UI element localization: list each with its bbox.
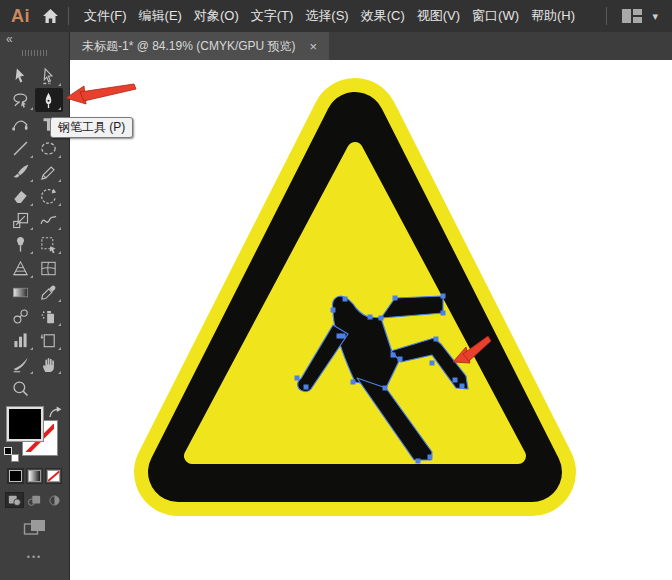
anchor-point[interactable] — [341, 334, 346, 339]
slice-tool[interactable] — [7, 352, 35, 376]
artboard-canvas[interactable] — [70, 60, 672, 580]
curvature-tool[interactable] — [7, 112, 35, 136]
menubar-divider-right — [606, 7, 607, 25]
menu-item-select[interactable]: 选择(S) — [299, 0, 354, 32]
puppet-warp-tool[interactable] — [7, 232, 35, 256]
paintbrush-tool[interactable] — [7, 160, 35, 184]
menu-item-window[interactable]: 窗口(W) — [466, 0, 525, 32]
anchor-point[interactable] — [351, 380, 356, 385]
ellipse-tool[interactable] — [35, 136, 63, 160]
home-icon[interactable] — [42, 8, 59, 24]
mesh-tool[interactable] — [35, 256, 63, 280]
menu-item-help[interactable]: 帮助(H) — [525, 0, 581, 32]
tools-grid — [0, 64, 69, 400]
draw-inside-button[interactable] — [45, 492, 64, 508]
pencil-tool[interactable] — [35, 160, 63, 184]
menu-item-view[interactable]: 视图(V) — [411, 0, 466, 32]
pen-tool-tooltip: 钢笔工具 (P) — [50, 117, 133, 138]
width-tool[interactable] — [35, 208, 63, 232]
menu-item-file[interactable]: 文件(F) — [78, 0, 133, 32]
swap-fill-stroke-icon[interactable] — [48, 406, 64, 419]
menu-bar-items: 文件(F)编辑(E)对象(O)文字(T)选择(S)效果(C)视图(V)窗口(W)… — [78, 0, 581, 32]
tab-bar: 未标题-1* @ 84.19% (CMYK/GPU 预览) × — [70, 32, 672, 60]
anchor-point[interactable] — [393, 296, 398, 301]
annotation-arrow-toolbar — [58, 80, 140, 114]
close-tab-icon[interactable]: × — [310, 39, 318, 54]
anchor-point[interactable] — [434, 337, 439, 342]
anchor-point[interactable] — [416, 459, 421, 464]
edit-toolbar-ellipsis-icon[interactable]: ••• — [0, 552, 69, 562]
anchor-point[interactable] — [398, 357, 403, 362]
color-button[interactable] — [7, 468, 24, 484]
anchor-point[interactable] — [441, 311, 446, 316]
artboard-tool[interactable] — [35, 328, 63, 352]
menu-item-edit[interactable]: 编辑(E) — [133, 0, 188, 32]
anchor-point[interactable] — [428, 455, 433, 460]
collapse-panel-button[interactable]: « — [6, 34, 13, 44]
rotate-tool[interactable] — [35, 184, 63, 208]
anchor-point[interactable] — [441, 294, 446, 299]
anchor-point[interactable] — [383, 386, 388, 391]
free-transform-tool[interactable] — [35, 232, 63, 256]
illustrator-logo: Ai — [11, 6, 30, 27]
menu-item-type[interactable]: 文字(T) — [245, 0, 300, 32]
default-fill-stroke-icon[interactable] — [4, 447, 19, 462]
fill-stroke-control — [0, 406, 69, 464]
anchor-point[interactable] — [460, 384, 465, 389]
warning-sign-artwork[interactable] — [70, 60, 672, 580]
draw-behind-button[interactable] — [25, 492, 44, 508]
color-type-row — [0, 468, 69, 484]
anchor-point[interactable] — [304, 385, 309, 390]
sign-triangles[interactable] — [178, 122, 532, 472]
anchor-point[interactable] — [368, 315, 373, 320]
document-tab-title: 未标题-1* @ 84.19% (CMYK/GPU 预览) — [82, 38, 296, 55]
anchor-point[interactable] — [379, 316, 384, 321]
menubar-divider — [68, 7, 69, 25]
change-screen-mode-button[interactable] — [0, 518, 69, 538]
menu-bar: Ai 文件(F)编辑(E)对象(O)文字(T)选择(S)效果(C)视图(V)窗口… — [0, 0, 672, 32]
selection-tool[interactable] — [7, 64, 35, 88]
chevron-down-icon[interactable]: ▾ — [652, 10, 658, 23]
menu-item-object[interactable]: 对象(O) — [188, 0, 245, 32]
column-graph-tool[interactable] — [7, 328, 35, 352]
workspace-switcher-icon[interactable] — [622, 9, 642, 23]
gradient-button[interactable] — [26, 468, 43, 484]
anchor-point[interactable] — [343, 297, 348, 302]
menu-item-effect[interactable]: 效果(C) — [355, 0, 411, 32]
toolbar-panel: « ••• — [0, 32, 70, 580]
line-segment-tool[interactable] — [7, 136, 35, 160]
panel-grip[interactable] — [0, 46, 69, 60]
anchor-point[interactable] — [453, 378, 458, 383]
document-tab[interactable]: 未标题-1* @ 84.19% (CMYK/GPU 预览) × — [70, 32, 329, 60]
scale-tool[interactable] — [7, 208, 35, 232]
anchor-point[interactable] — [391, 353, 396, 358]
hand-tool[interactable] — [35, 352, 63, 376]
none-button[interactable] — [45, 468, 62, 484]
anchor-point[interactable] — [295, 376, 300, 381]
fill-swatch[interactable] — [7, 407, 43, 441]
lasso-tool[interactable] — [7, 88, 35, 112]
eyedropper-tool[interactable] — [35, 280, 63, 304]
anchor-point[interactable] — [331, 308, 336, 313]
eraser-tool[interactable] — [7, 184, 35, 208]
gradient-tool[interactable] — [7, 280, 35, 304]
symbol-sprayer-tool[interactable] — [35, 304, 63, 328]
perspective-grid-tool[interactable] — [7, 256, 35, 280]
anchor-point[interactable] — [430, 361, 435, 366]
draw-normal-button[interactable] — [5, 492, 24, 508]
drawing-modes-row — [0, 492, 69, 508]
zoom-tool[interactable] — [7, 376, 35, 400]
blend-tool[interactable] — [7, 304, 35, 328]
